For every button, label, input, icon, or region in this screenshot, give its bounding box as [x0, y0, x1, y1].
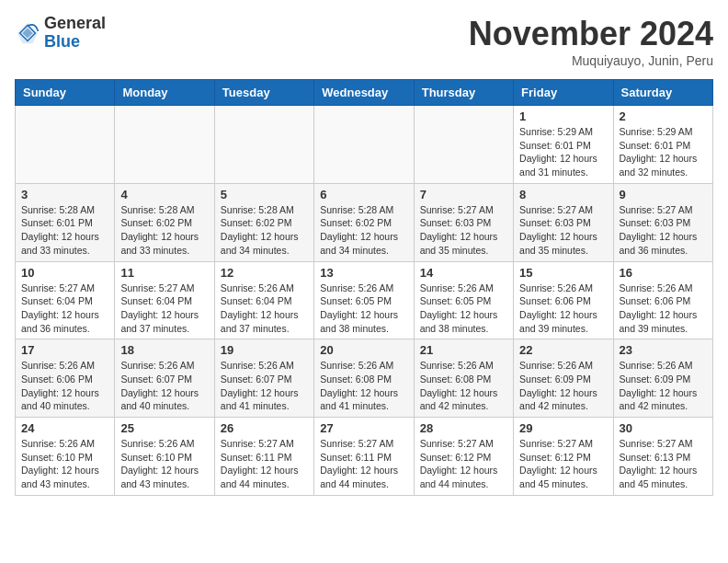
- calendar-week-row: 10Sunrise: 5:27 AMSunset: 6:04 PMDayligh…: [16, 261, 713, 339]
- day-number: 11: [120, 266, 208, 280]
- day-number: 13: [320, 266, 407, 280]
- day-info: Sunrise: 5:26 AMSunset: 6:05 PMDaylight:…: [420, 282, 507, 336]
- calendar-day-cell: 1Sunrise: 5:29 AMSunset: 6:01 PMDaylight…: [514, 106, 613, 184]
- day-info: Sunrise: 5:26 AMSunset: 6:09 PMDaylight:…: [519, 359, 607, 413]
- calendar-day-cell: [214, 106, 313, 184]
- calendar-day-cell: 23Sunrise: 5:26 AMSunset: 6:09 PMDayligh…: [613, 339, 712, 418]
- calendar-header-row: SundayMondayTuesdayWednesdayThursdayFrid…: [16, 80, 713, 106]
- day-info: Sunrise: 5:26 AMSunset: 6:07 PMDaylight:…: [120, 359, 208, 413]
- day-number: 17: [21, 343, 108, 357]
- calendar-week-row: 1Sunrise: 5:29 AMSunset: 6:01 PMDaylight…: [16, 106, 713, 184]
- day-number: 24: [21, 421, 108, 435]
- calendar-day-cell: [115, 106, 214, 184]
- day-number: 7: [420, 188, 507, 201]
- calendar-day-cell: [314, 106, 414, 184]
- calendar-day-cell: 10Sunrise: 5:27 AMSunset: 6:04 PMDayligh…: [16, 261, 115, 339]
- calendar-day-cell: 30Sunrise: 5:27 AMSunset: 6:13 PMDayligh…: [613, 418, 712, 496]
- day-info: Sunrise: 5:27 AMSunset: 6:03 PMDaylight:…: [420, 203, 507, 258]
- calendar-day-cell: 25Sunrise: 5:26 AMSunset: 6:10 PMDayligh…: [115, 418, 214, 496]
- month-title: November 2024: [469, 15, 713, 53]
- calendar-day-cell: 26Sunrise: 5:27 AMSunset: 6:11 PMDayligh…: [214, 418, 313, 496]
- calendar-day-cell: 7Sunrise: 5:27 AMSunset: 6:03 PMDaylight…: [414, 183, 513, 261]
- calendar-day-cell: [414, 106, 513, 184]
- calendar-day-cell: 2Sunrise: 5:29 AMSunset: 6:01 PMDaylight…: [613, 106, 712, 184]
- calendar-weekday-friday: Friday: [514, 80, 613, 106]
- day-number: 1: [519, 109, 607, 123]
- location: Muquiyauyo, Junin, Peru: [469, 53, 713, 68]
- calendar-day-cell: 24Sunrise: 5:26 AMSunset: 6:10 PMDayligh…: [16, 418, 115, 496]
- day-info: Sunrise: 5:26 AMSunset: 6:10 PMDaylight:…: [120, 437, 208, 491]
- calendar-day-cell: 3Sunrise: 5:28 AMSunset: 6:01 PMDaylight…: [16, 183, 115, 261]
- logo-blue: Blue: [44, 33, 106, 52]
- day-number: 25: [120, 421, 208, 435]
- day-number: 29: [519, 421, 607, 435]
- title-block: November 2024 Muquiyauyo, Junin, Peru: [469, 15, 713, 68]
- calendar-day-cell: 19Sunrise: 5:26 AMSunset: 6:07 PMDayligh…: [214, 339, 313, 418]
- day-info: Sunrise: 5:28 AMSunset: 6:02 PMDaylight:…: [221, 203, 308, 258]
- calendar-day-cell: 16Sunrise: 5:26 AMSunset: 6:06 PMDayligh…: [613, 261, 712, 339]
- logo-icon: [15, 20, 40, 46]
- day-number: 27: [320, 421, 407, 435]
- calendar-day-cell: 28Sunrise: 5:27 AMSunset: 6:12 PMDayligh…: [414, 418, 513, 496]
- logo-text: General Blue: [44, 15, 106, 52]
- day-number: 15: [519, 266, 607, 280]
- calendar-day-cell: 6Sunrise: 5:28 AMSunset: 6:02 PMDaylight…: [314, 183, 414, 261]
- calendar-day-cell: 5Sunrise: 5:28 AMSunset: 6:02 PMDaylight…: [214, 183, 313, 261]
- calendar-day-cell: 11Sunrise: 5:27 AMSunset: 6:04 PMDayligh…: [115, 261, 214, 339]
- day-number: 16: [620, 266, 707, 280]
- day-info: Sunrise: 5:27 AMSunset: 6:11 PMDaylight:…: [221, 437, 308, 491]
- day-number: 9: [620, 188, 707, 201]
- day-number: 19: [221, 343, 308, 357]
- day-info: Sunrise: 5:26 AMSunset: 6:08 PMDaylight:…: [320, 359, 407, 413]
- calendar-day-cell: 29Sunrise: 5:27 AMSunset: 6:12 PMDayligh…: [514, 418, 613, 496]
- day-info: Sunrise: 5:26 AMSunset: 6:06 PMDaylight:…: [21, 359, 108, 413]
- calendar-day-cell: 27Sunrise: 5:27 AMSunset: 6:11 PMDayligh…: [314, 418, 414, 496]
- day-info: Sunrise: 5:26 AMSunset: 6:04 PMDaylight:…: [221, 282, 308, 336]
- day-number: 4: [120, 188, 208, 201]
- day-info: Sunrise: 5:28 AMSunset: 6:02 PMDaylight:…: [320, 203, 407, 258]
- day-info: Sunrise: 5:27 AMSunset: 6:03 PMDaylight:…: [620, 203, 707, 258]
- day-info: Sunrise: 5:27 AMSunset: 6:03 PMDaylight:…: [519, 203, 607, 258]
- calendar-day-cell: 12Sunrise: 5:26 AMSunset: 6:04 PMDayligh…: [214, 261, 313, 339]
- day-info: Sunrise: 5:27 AMSunset: 6:12 PMDaylight:…: [519, 437, 607, 491]
- day-number: 23: [620, 343, 707, 357]
- calendar-weekday-thursday: Thursday: [414, 80, 513, 106]
- day-number: 21: [420, 343, 507, 357]
- calendar-weekday-tuesday: Tuesday: [214, 80, 313, 106]
- day-number: 12: [221, 266, 308, 280]
- day-number: 14: [420, 266, 507, 280]
- day-number: 18: [120, 343, 208, 357]
- calendar-weekday-sunday: Sunday: [16, 80, 115, 106]
- day-info: Sunrise: 5:27 AMSunset: 6:12 PMDaylight:…: [420, 437, 507, 491]
- day-number: 28: [420, 421, 507, 435]
- day-info: Sunrise: 5:29 AMSunset: 6:01 PMDaylight:…: [519, 125, 607, 179]
- calendar-day-cell: 4Sunrise: 5:28 AMSunset: 6:02 PMDaylight…: [115, 183, 214, 261]
- calendar-body: 1Sunrise: 5:29 AMSunset: 6:01 PMDaylight…: [16, 106, 713, 496]
- calendar-day-cell: [16, 106, 115, 184]
- day-number: 22: [519, 343, 607, 357]
- day-info: Sunrise: 5:29 AMSunset: 6:01 PMDaylight:…: [620, 125, 707, 179]
- day-info: Sunrise: 5:26 AMSunset: 6:07 PMDaylight:…: [221, 359, 308, 413]
- day-info: Sunrise: 5:26 AMSunset: 6:06 PMDaylight:…: [620, 282, 707, 336]
- day-info: Sunrise: 5:27 AMSunset: 6:04 PMDaylight:…: [120, 282, 208, 336]
- calendar-day-cell: 13Sunrise: 5:26 AMSunset: 6:05 PMDayligh…: [314, 261, 414, 339]
- calendar-day-cell: 9Sunrise: 5:27 AMSunset: 6:03 PMDaylight…: [613, 183, 712, 261]
- calendar-day-cell: 21Sunrise: 5:26 AMSunset: 6:08 PMDayligh…: [414, 339, 513, 418]
- calendar-day-cell: 17Sunrise: 5:26 AMSunset: 6:06 PMDayligh…: [16, 339, 115, 418]
- day-number: 30: [620, 421, 707, 435]
- calendar-weekday-saturday: Saturday: [613, 80, 712, 106]
- day-info: Sunrise: 5:27 AMSunset: 6:11 PMDaylight:…: [320, 437, 407, 491]
- calendar-day-cell: 15Sunrise: 5:26 AMSunset: 6:06 PMDayligh…: [514, 261, 613, 339]
- calendar-day-cell: 8Sunrise: 5:27 AMSunset: 6:03 PMDaylight…: [514, 183, 613, 261]
- day-number: 2: [620, 109, 707, 123]
- logo-general: General: [44, 15, 106, 33]
- day-info: Sunrise: 5:27 AMSunset: 6:13 PMDaylight:…: [620, 437, 707, 491]
- day-info: Sunrise: 5:26 AMSunset: 6:10 PMDaylight:…: [21, 437, 108, 491]
- day-info: Sunrise: 5:26 AMSunset: 6:05 PMDaylight:…: [320, 282, 407, 336]
- calendar-day-cell: 20Sunrise: 5:26 AMSunset: 6:08 PMDayligh…: [314, 339, 414, 418]
- day-number: 10: [21, 266, 108, 280]
- calendar-week-row: 3Sunrise: 5:28 AMSunset: 6:01 PMDaylight…: [16, 183, 713, 261]
- calendar-table: SundayMondayTuesdayWednesdayThursdayFrid…: [15, 79, 713, 496]
- calendar-week-row: 17Sunrise: 5:26 AMSunset: 6:06 PMDayligh…: [16, 339, 713, 418]
- day-info: Sunrise: 5:26 AMSunset: 6:08 PMDaylight:…: [420, 359, 507, 413]
